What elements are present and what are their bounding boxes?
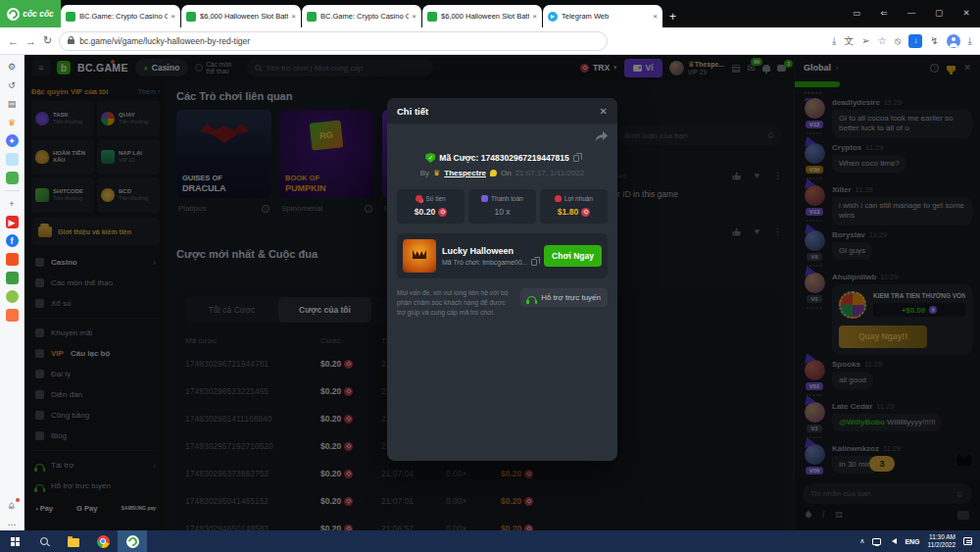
modal-header: Chi tiết ✕ bbox=[387, 98, 617, 124]
browser-tab[interactable]: Telegram Web × bbox=[543, 5, 662, 27]
verified-shield-icon: ✓ bbox=[425, 153, 435, 163]
browser-side-strip: ⚙ ↺ ▤ ♛ ✦ + ▶ f 🕭 ⋯ bbox=[0, 55, 24, 530]
browser-tab[interactable]: $6,000 Halloween Slot Battle × bbox=[181, 5, 301, 27]
stat-box: Lợi nhuận $1.80 bbox=[540, 189, 608, 224]
bookmark-star-icon[interactable]: ☆ bbox=[878, 35, 887, 46]
zalo-shortcut-icon[interactable] bbox=[6, 153, 19, 166]
windows-taskbar: ∧ ENG 11:30 AM 11/2/2022 bbox=[0, 530, 980, 552]
history-icon[interactable]: ↺ bbox=[6, 78, 19, 91]
trx-coin-icon bbox=[438, 208, 447, 217]
cart-shortcut-icon[interactable] bbox=[6, 309, 19, 322]
tab-close-icon[interactable]: × bbox=[412, 12, 416, 21]
tray-expand-icon[interactable]: ∧ bbox=[859, 537, 864, 545]
facebook-icon[interactable]: f bbox=[6, 234, 19, 247]
back-to-app-icon[interactable]: ⇐ bbox=[870, 0, 898, 25]
tab-favicon bbox=[307, 12, 317, 22]
new-tab-button[interactable]: + bbox=[669, 10, 676, 24]
player-link[interactable]: Thespectre bbox=[444, 169, 486, 177]
browser-tab[interactable]: BC.Game: Crypto Casino Gan × bbox=[61, 5, 180, 27]
app-shortcut-leaf-icon[interactable] bbox=[6, 290, 19, 303]
translate-icon[interactable]: 文 bbox=[844, 34, 854, 48]
bet-timestamp: 21:07:17, 1/11/2022 bbox=[515, 169, 585, 177]
keyboard-language[interactable]: ENG bbox=[905, 538, 919, 545]
app-shortcut-green-icon[interactable] bbox=[6, 272, 19, 284]
share-icon[interactable]: ➢ bbox=[861, 35, 869, 46]
stat-box: Thanh toán 10 x bbox=[468, 189, 536, 224]
forward-icon[interactable]: → bbox=[25, 35, 36, 47]
stat-box: Số tiền $0.20 bbox=[397, 189, 465, 224]
browser-tab[interactable]: BC.Game: Crypto Casino Gan × bbox=[302, 5, 421, 27]
system-tray: ∧ ENG 11:30 AM 11/2/2022 bbox=[859, 533, 980, 549]
shopee-icon[interactable] bbox=[6, 253, 19, 266]
toolbar-icons: ⤓ 文 ➢ ☆ ⦸ ↓ ↯ ⤓ bbox=[832, 34, 972, 48]
modal-game-card: Lucky Halloween Mã Trò chơi: tmbcgame00.… bbox=[397, 233, 608, 278]
more-icon[interactable]: ⋯ bbox=[6, 518, 19, 530]
settings-gear-icon[interactable]: ⚙ bbox=[6, 60, 19, 73]
reading-list-icon[interactable]: ▤ bbox=[6, 97, 19, 110]
back-icon[interactable]: ← bbox=[8, 35, 19, 47]
close-button[interactable]: ✕ bbox=[953, 0, 980, 25]
chrome-icon[interactable] bbox=[88, 530, 118, 552]
crown-shortcut-icon[interactable]: ♛ bbox=[6, 116, 19, 128]
copy-icon[interactable] bbox=[573, 155, 579, 162]
bet-stats: Số tiền $0.20 Thanh toán 10 x Lợi nhuận … bbox=[397, 189, 608, 224]
action-center-icon[interactable] bbox=[963, 537, 972, 545]
tab-close-icon[interactable]: × bbox=[653, 12, 658, 21]
trx-coin-icon bbox=[581, 208, 590, 217]
games-shortcut-icon[interactable] bbox=[6, 172, 19, 184]
site-viewport: ≡ b BC.GAME ♦ Casino Các môn thể thao TR… bbox=[24, 55, 980, 530]
url-text: bc.game/vi/game/lucky-halloween-by-red-t… bbox=[79, 36, 250, 46]
bet-id-label: Mã Cược: bbox=[439, 153, 478, 163]
live-support-button[interactable]: Hỗ trợ trực tuyến bbox=[520, 288, 608, 307]
reader-mode-icon[interactable]: ▭ bbox=[843, 0, 870, 25]
address-bar[interactable]: bc.game/vi/game/lucky-halloween-by-red-t… bbox=[59, 31, 608, 51]
stat-label: Thanh toán bbox=[491, 195, 523, 202]
network-icon[interactable] bbox=[872, 538, 881, 545]
tab-title: Telegram Web bbox=[562, 12, 650, 21]
coccoc-logo-icon bbox=[7, 8, 20, 21]
messenger-icon[interactable]: ✦ bbox=[6, 134, 19, 147]
browser-tab-bar: cốc cốc BC.Game: Crypto Casino Gan × $6,… bbox=[0, 0, 980, 27]
play-now-button[interactable]: Chơi Ngay bbox=[544, 245, 602, 267]
lock-icon bbox=[68, 39, 74, 44]
game-thumbnail bbox=[403, 239, 436, 273]
tab-close-icon[interactable]: × bbox=[532, 12, 537, 21]
tab-title: BC.Game: Crypto Casino Gan bbox=[320, 12, 409, 21]
maximize-button[interactable]: ▢ bbox=[925, 0, 953, 25]
window-controls: ▭ ⇐ — ▢ ✕ bbox=[843, 0, 980, 25]
browser-toolbar: ← → ↻ bc.game/vi/game/lucky-halloween-by… bbox=[0, 27, 980, 55]
modal-game-title: Lucky Halloween bbox=[442, 246, 538, 256]
minimize-button[interactable]: — bbox=[898, 0, 925, 25]
browser-tab[interactable]: $6,000 Halloween Slot Battle × bbox=[422, 5, 542, 27]
stat-label: Lợi nhuận bbox=[564, 195, 593, 202]
bee-icon bbox=[490, 170, 497, 176]
add-shortcut-icon[interactable]: + bbox=[6, 197, 19, 210]
volume-icon[interactable] bbox=[889, 538, 897, 544]
extensions-icon[interactable]: ↯ bbox=[930, 35, 938, 46]
support-note: Mọi vấn đề, xin vui lòng liên hệ với bộ … bbox=[397, 288, 514, 318]
stat-icon bbox=[416, 195, 422, 202]
downloads-tray-icon[interactable]: ⤓ bbox=[968, 35, 972, 47]
start-button[interactable] bbox=[0, 530, 29, 552]
adblock-shield-icon[interactable]: ⦸ bbox=[895, 35, 902, 47]
taskbar-clock[interactable]: 11:30 AM 11/2/2022 bbox=[928, 533, 956, 549]
copy-icon[interactable] bbox=[531, 259, 537, 266]
modal-title: Chi tiết bbox=[397, 106, 428, 117]
profile-avatar-icon[interactable] bbox=[947, 34, 960, 48]
notifications-bell-icon[interactable]: 🕭 bbox=[6, 499, 19, 512]
coccoc-brand[interactable]: cốc cốc bbox=[0, 0, 61, 27]
save-page-icon[interactable]: ⤓ bbox=[832, 35, 836, 47]
tab-close-icon[interactable]: × bbox=[291, 12, 296, 21]
tab-close-icon[interactable]: × bbox=[171, 12, 175, 21]
tab-title: BC.Game: Crypto Casino Gan bbox=[79, 12, 168, 21]
coccoc-taskbar-icon[interactable] bbox=[118, 530, 147, 552]
bet-author-row: By ♛ Thespectre On 21:07:17, 1/11/2022 bbox=[397, 169, 608, 177]
download-manager-icon[interactable]: ↓ bbox=[908, 34, 922, 48]
file-explorer-icon[interactable] bbox=[59, 530, 88, 552]
share-bet-icon[interactable] bbox=[595, 131, 608, 142]
youtube-icon[interactable]: ▶ bbox=[6, 216, 19, 228]
taskbar-search-icon[interactable] bbox=[29, 530, 59, 552]
tab-favicon bbox=[66, 12, 75, 22]
reload-icon[interactable]: ↻ bbox=[43, 34, 52, 47]
modal-close-icon[interactable]: ✕ bbox=[600, 106, 608, 117]
